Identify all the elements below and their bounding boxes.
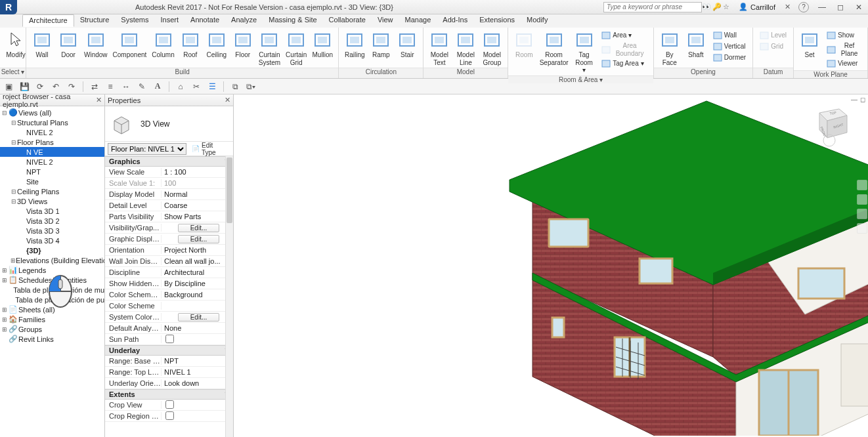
prop-crop-view[interactable]: Crop View <box>105 400 233 411</box>
build-curtain-grid[interactable]: CurtainGrid <box>283 29 309 68</box>
build-door[interactable]: Door <box>55 29 81 60</box>
exchange-icon[interactable]: ✕ <box>785 3 791 11</box>
prop-detail-level[interactable]: Detail LevelCoarse <box>105 200 233 211</box>
build-floor[interactable]: Floor <box>230 29 256 60</box>
prop-visibility-grap[interactable]: Visibility/Grap...Edit... <box>105 222 233 234</box>
build-column[interactable]: Column <box>149 29 177 60</box>
close-button[interactable]: ✕ <box>850 3 868 12</box>
room-tag-area[interactable]: Tag Area ▾ <box>599 58 649 69</box>
model-model-line[interactable]: ModelLine <box>452 29 479 68</box>
prop-color-scheme[interactable]: Color Scheme ...Background <box>105 289 233 301</box>
tree-item-n-ve[interactable]: N VE <box>0 147 104 157</box>
build-component[interactable]: Component <box>110 29 150 60</box>
qat-text-icon[interactable]: A <box>152 81 163 93</box>
qat-align-icon[interactable]: ≡ <box>104 81 116 93</box>
tree-item-families[interactable]: ⊞🏠Families <box>0 314 104 324</box>
star-icon[interactable]: ☆ <box>723 3 729 11</box>
ribbon-tab-annotate[interactable]: Annotate <box>184 14 225 27</box>
tree-twisty-icon[interactable]: ⊟ <box>11 198 17 205</box>
tree-item-3d[interactable]: {3D} <box>0 245 104 255</box>
infocenter-search-input[interactable] <box>603 2 702 12</box>
prop-discipline[interactable]: DisciplineArchitectural <box>105 267 233 278</box>
tree-item-3d-views[interactable]: ⊟3D Views <box>0 196 104 206</box>
tree-twisty-icon[interactable]: ⊟ <box>11 188 17 195</box>
tree-item-structural-plans[interactable]: ⊟Structural Plans <box>0 117 104 127</box>
3d-viewport[interactable]: — ◻ <box>234 94 868 437</box>
tree-item-sheets-all[interactable]: ⊞📄Sheets (all) <box>0 304 104 314</box>
ribbon-tab-view[interactable]: View <box>372 14 399 27</box>
prop-view-scale[interactable]: View Scale1 : 100 <box>105 167 233 178</box>
qat-undo-icon[interactable]: ↶ <box>50 81 62 93</box>
open-by-face[interactable]: ByFace <box>657 29 683 68</box>
build-curtain-system[interactable]: CurtainSystem <box>256 29 283 68</box>
qat-redo-icon[interactable]: ↷ <box>66 81 77 93</box>
project-browser-tree[interactable]: ⊟🔵Views (all)⊟Structural PlansNIVEL 2⊟Fl… <box>0 106 104 345</box>
viewcube[interactable]: TOP FRONT RIGHT <box>806 101 852 147</box>
project-browser-close-icon[interactable]: ✕ <box>96 96 102 104</box>
qat-dim-icon[interactable]: ↔ <box>120 81 132 93</box>
tree-item-npt[interactable]: NPT <box>0 167 104 177</box>
tree-twisty-icon[interactable]: ⊞ <box>1 316 8 323</box>
qat-open-icon[interactable]: ▣ <box>3 81 14 93</box>
ribbon-tab-structure[interactable]: Structure <box>74 14 116 27</box>
tree-item-tabla-de-planificaci-n-de-pu[interactable]: Tabla de planificación de pu <box>0 295 104 304</box>
room-tag-room[interactable]: TagRoom ▾ <box>571 29 597 75</box>
prop-graphic-displa[interactable]: Graphic Displa...Edit... <box>105 234 233 245</box>
tree-item-vista-3d-1[interactable]: Vista 3D 1 <box>0 206 104 216</box>
prop-section-underlay[interactable]: Underlay⌃ <box>105 345 233 356</box>
build-window[interactable]: Window <box>81 29 110 60</box>
tree-item-nivel-2[interactable]: NIVEL 2 <box>0 127 104 137</box>
tree-twisty-icon[interactable]: ⊞ <box>1 306 8 313</box>
prop-default-analysi[interactable]: Default Analysi...None <box>105 323 233 334</box>
help-button[interactable]: ? <box>798 2 809 12</box>
tree-item-site[interactable]: Site <box>0 177 104 186</box>
ribbon-tab-extensions[interactable]: Extensions <box>473 14 521 27</box>
wp-set[interactable]: Set <box>796 29 823 60</box>
modify-button[interactable]: Modify <box>3 29 29 60</box>
tree-twisty-icon[interactable]: ⊞ <box>1 277 8 283</box>
wp-viewer[interactable]: Viewer <box>825 58 863 69</box>
build-ceiling[interactable]: Ceiling <box>204 29 230 60</box>
ribbon-tab-add-ins[interactable]: Add-Ins <box>437 14 473 27</box>
model-model-group[interactable]: ModelGroup <box>479 29 505 68</box>
tree-item-tabla-de-planificaci-n-de-mu[interactable]: Tabla de planificación de mu <box>0 285 104 295</box>
tree-twisty-icon[interactable]: ⊟ <box>11 119 17 126</box>
tree-twisty-icon[interactable]: ⊞ <box>1 326 8 333</box>
nav-zoom-icon[interactable] <box>857 209 867 219</box>
app-menu-button[interactable]: R <box>0 0 17 14</box>
ribbon-tab-analyze[interactable]: Analyze <box>225 14 263 27</box>
build-roof[interactable]: Roof <box>177 29 204 60</box>
tree-item-vista-3d-3[interactable]: Vista 3D 3 <box>0 226 104 236</box>
open-vertical[interactable]: Vertical <box>711 41 748 52</box>
tree-item-revit-links[interactable]: 🔗Revit Links <box>0 334 104 344</box>
open-shaft[interactable]: Shaft <box>683 29 709 68</box>
prop-section-graphics[interactable]: Graphics⌃ <box>105 156 233 167</box>
tree-item-ceiling-plans[interactable]: ⊟Ceiling Plans <box>0 186 104 196</box>
tree-item-views-all[interactable]: ⊟🔵Views (all) <box>0 108 104 117</box>
prop-check-sun-path[interactable] <box>165 335 174 343</box>
circ-railing[interactable]: Railing <box>341 29 368 60</box>
qat-switch-icon[interactable]: ⇄ <box>89 81 100 93</box>
prop-wall-join-displ[interactable]: Wall Join Displ...Clean all wall jo... <box>105 256 233 267</box>
prop-check-crop-view[interactable] <box>165 400 174 409</box>
open-dormer[interactable]: Dormer <box>711 52 748 63</box>
qat-close-icon[interactable]: ⧉ <box>229 81 241 93</box>
qat-tag-icon[interactable]: ✎ <box>136 81 148 93</box>
binoculars-icon[interactable]: 👀 <box>702 3 711 11</box>
tree-item-elevations-building-elevatio[interactable]: ⊞Elevations (Building Elevatio <box>0 255 104 265</box>
tree-item-vista-3d-4[interactable]: Vista 3D 4 <box>0 236 104 245</box>
properties-grid[interactable]: Graphics⌃View Scale1 : 100Scale Value 1:… <box>105 156 233 437</box>
prop-underlay-orien[interactable]: Underlay Orien...Look down <box>105 378 233 389</box>
edit-type-button[interactable]: 📄 Edit Type <box>189 140 230 157</box>
prop-scale-value-1[interactable]: Scale Value 1:100 <box>105 178 233 189</box>
open-wall[interactable]: Wall <box>711 30 748 41</box>
prop-range-base-le[interactable]: Range: Base Le...NPT <box>105 356 233 367</box>
properties-scrollbar[interactable] <box>225 156 233 437</box>
qat-section-icon[interactable]: ✂ <box>190 81 202 93</box>
tree-twisty-icon[interactable]: ⊞ <box>1 267 8 274</box>
tree-item-nivel-2[interactable]: NIVEL 2 <box>0 157 104 167</box>
family-type-selector[interactable]: Floor Plan: NIVEL 1 <box>108 143 186 155</box>
panel-label-room-area[interactable]: Room & Area ▾ <box>508 75 653 83</box>
circ-stair[interactable]: Stair <box>394 29 420 60</box>
maximize-button[interactable]: ◻ <box>831 3 850 12</box>
